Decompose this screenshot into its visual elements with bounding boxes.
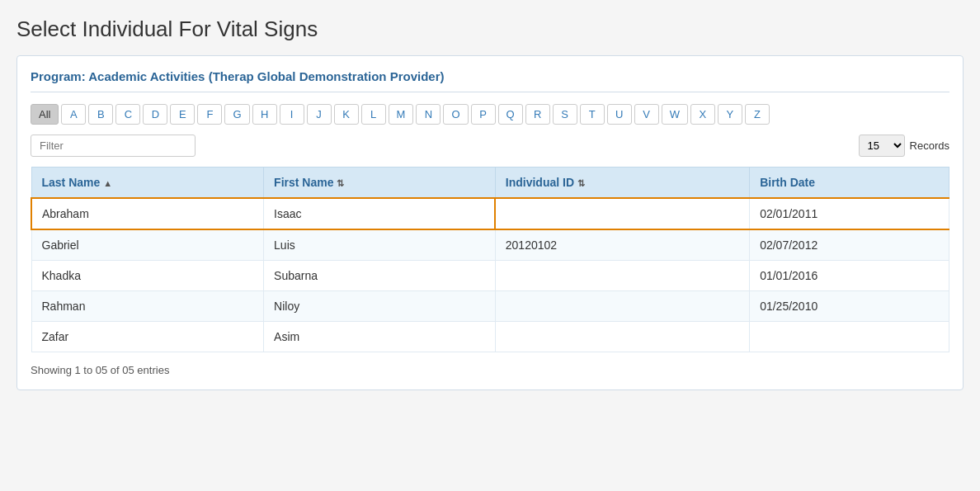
alpha-btn-l[interactable]: L: [361, 104, 386, 125]
first-name-cell: Isaac: [264, 198, 496, 229]
table-row[interactable]: KhadkaSubarna01/01/2016: [31, 261, 949, 291]
alpha-btn-w[interactable]: W: [662, 104, 688, 125]
sort-icon-first-name: ⇅: [337, 178, 344, 188]
main-card: Program: Academic Activities (Therap Glo…: [16, 55, 964, 390]
entries-info: Showing 1 to 05 of 05 entries: [31, 364, 949, 376]
birth-date-cell: 01/25/2010: [750, 291, 949, 322]
birth-date-cell: 02/07/2012: [750, 229, 949, 261]
col-header-individual-id[interactable]: Individual ID⇅: [495, 168, 749, 199]
alpha-btn-z[interactable]: Z: [745, 104, 770, 125]
table-row[interactable]: GabrielLuis2012010202/07/2012: [31, 229, 949, 261]
first-name-cell: Luis: [264, 229, 496, 261]
last-name-cell: Zafar: [31, 322, 264, 352]
alpha-btn-f[interactable]: F: [197, 104, 222, 125]
alpha-btn-a[interactable]: A: [61, 104, 86, 125]
individual-id-cell: [495, 261, 749, 291]
first-name-cell: Asim: [264, 322, 496, 352]
records-select[interactable]: 10152550100: [859, 135, 905, 157]
alpha-btn-t[interactable]: T: [580, 104, 605, 125]
alpha-btn-u[interactable]: U: [607, 104, 632, 125]
program-label: Program: Academic Activities (Therap Glo…: [31, 69, 949, 92]
alpha-btn-y[interactable]: Y: [718, 104, 742, 125]
alpha-btn-m[interactable]: M: [389, 104, 414, 125]
alpha-btn-o[interactable]: O: [443, 104, 468, 125]
last-name-cell: Gabriel: [31, 229, 264, 261]
alpha-btn-v[interactable]: V: [634, 104, 659, 125]
table-header: Last Name▲First Name⇅Individual ID⇅Birth…: [31, 168, 949, 199]
alpha-btn-k[interactable]: K: [334, 104, 359, 125]
first-name-cell: Niloy: [264, 291, 496, 322]
col-header-last-name[interactable]: Last Name▲: [31, 168, 264, 199]
birth-date-cell: [750, 322, 949, 352]
last-name-cell: Abraham: [31, 198, 264, 229]
alpha-btn-i[interactable]: I: [280, 104, 304, 125]
individual-id-cell: [495, 198, 749, 229]
alpha-btn-b[interactable]: B: [88, 104, 113, 125]
filter-input[interactable]: [31, 135, 196, 157]
alpha-btn-n[interactable]: N: [416, 104, 441, 125]
first-name-cell: Subarna: [264, 261, 496, 291]
alpha-btn-h[interactable]: H: [252, 104, 277, 125]
sort-icon-individual-id: ⇅: [577, 178, 585, 188]
individual-id-cell: 20120102: [495, 229, 749, 261]
table-header-row: Last Name▲First Name⇅Individual ID⇅Birth…: [31, 168, 949, 199]
alpha-btn-c[interactable]: C: [115, 104, 140, 125]
alpha-btn-s[interactable]: S: [553, 104, 577, 125]
alpha-btn-d[interactable]: D: [143, 104, 167, 125]
table-body: AbrahamIsaac02/01/2011GabrielLuis2012010…: [31, 198, 949, 352]
table-row[interactable]: AbrahamIsaac02/01/2011: [31, 198, 949, 229]
birth-date-cell: 02/01/2011: [750, 198, 949, 229]
alpha-btn-x[interactable]: X: [690, 104, 715, 125]
last-name-cell: Rahman: [31, 291, 264, 322]
alpha-btn-all[interactable]: All: [31, 104, 59, 125]
alpha-btn-p[interactable]: P: [471, 104, 496, 125]
col-header-birth-date: Birth Date: [750, 168, 949, 199]
individuals-table: Last Name▲First Name⇅Individual ID⇅Birth…: [31, 167, 949, 352]
alpha-filter: AllABCDEFGHIJKLMNOPQRSTUVWXYZ: [31, 104, 949, 125]
page-title: Select Individual For Vital Signs: [16, 17, 964, 42]
sort-icon-last-name: ▲: [103, 178, 112, 188]
table-row[interactable]: RahmanNiloy01/25/2010: [31, 291, 949, 322]
table-row[interactable]: ZafarAsim: [31, 322, 949, 352]
alpha-btn-e[interactable]: E: [170, 104, 195, 125]
birth-date-cell: 01/01/2016: [750, 261, 949, 291]
records-label: Records: [910, 139, 949, 152]
col-header-first-name[interactable]: First Name⇅: [264, 168, 496, 199]
records-control: 10152550100 Records: [859, 135, 949, 157]
alpha-btn-g[interactable]: G: [224, 104, 249, 125]
individual-id-cell: [495, 322, 749, 352]
individual-id-cell: [495, 291, 749, 322]
alpha-btn-j[interactable]: J: [307, 104, 332, 125]
toolbar: 10152550100 Records: [31, 135, 949, 157]
alpha-btn-q[interactable]: Q: [498, 104, 523, 125]
last-name-cell: Khadka: [31, 261, 264, 291]
alpha-btn-r[interactable]: R: [525, 104, 550, 125]
